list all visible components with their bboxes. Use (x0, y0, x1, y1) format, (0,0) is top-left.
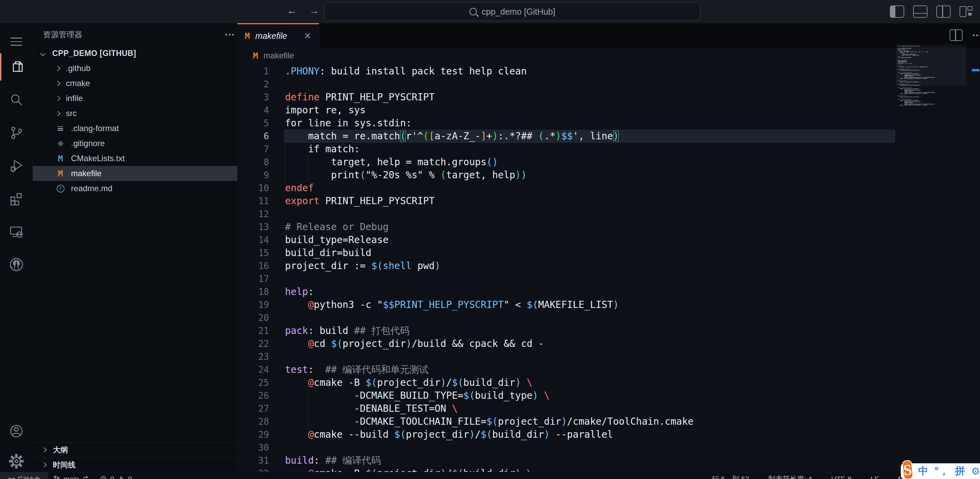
settings-gear-icon[interactable] (0, 447, 32, 475)
code-line[interactable]: @python3 -c "$$PRINT_HELP_PYSCRIPT" < $(… (285, 298, 619, 311)
back-arrow-icon[interactable]: ← (287, 5, 297, 16)
outline-panel-header[interactable]: 大纲 (33, 442, 237, 457)
code-line[interactable]: -DCMAKE_TOOLCHAIN_FILE=$(project_dir)/cm… (285, 415, 694, 428)
account-icon[interactable] (0, 417, 32, 445)
tree-item-.github[interactable]: .github (33, 61, 237, 76)
line-number: 25 (237, 376, 269, 389)
ime-punctuation[interactable]: °， (934, 464, 949, 478)
code-line[interactable]: define PRINT_HELP_PYSCRIPT (285, 91, 434, 104)
indent-guide (285, 169, 285, 181)
problems-indicator[interactable]: 0 0 (95, 472, 137, 479)
forward-arrow-icon[interactable]: → (309, 5, 320, 16)
line-number: 27 (237, 402, 269, 415)
sogou-logo[interactable]: S (902, 461, 913, 479)
code-line[interactable]: @cd $(project_dir)/build && cpack && cd … (285, 337, 544, 350)
more-actions-icon[interactable] (225, 34, 227, 35)
ime-settings-gear-icon[interactable]: ⚙ (971, 465, 980, 477)
close-tab-icon[interactable]: ✕ (304, 31, 311, 41)
remote-indicator[interactable]: >< GitHub (0, 472, 48, 479)
line-number: 30 (237, 441, 269, 454)
toggle-secondary-sidebar-icon[interactable] (936, 5, 951, 18)
code-line[interactable]: print("%-20s %s" % (target, help)) (285, 169, 527, 181)
code-line[interactable]: export PRINT_HELP_PYSCRIPT (285, 194, 434, 208)
tree-item-readme.md[interactable]: ireadme.md (33, 181, 237, 196)
code-line[interactable]: endef (285, 181, 314, 194)
code-line[interactable]: match = re.match(r'^([a-zA-Z_-]+):.*?## … (285, 130, 619, 143)
activity-bar (0, 23, 33, 472)
tree-item-.clang-format[interactable]: .clang-format (33, 121, 237, 136)
search-sidebar-icon[interactable] (0, 86, 32, 114)
minimap[interactable]: .PHONY: build install pack test help cle… (898, 46, 964, 135)
tree-item-label: .gitignore (71, 138, 105, 148)
editor-group: M makefile ✕ M makefile 1.PHONY: build i… (237, 23, 980, 472)
extensions-icon[interactable] (0, 185, 32, 212)
search-icon (469, 8, 477, 15)
tree-item-label: makefile (71, 169, 101, 178)
chevron-right-icon (55, 65, 61, 71)
indentation[interactable]: 制表符长度: 4 (768, 474, 812, 479)
code-line[interactable]: @cmake -B $(project_dir)/$(build_dir) \ (285, 376, 533, 389)
line-number: 6 (237, 130, 269, 143)
tree-item-label: cmake (66, 78, 90, 88)
explorer-sidebar: 资源管理器 CPP_DEMO [GITHUB] .githubcmakeinfi… (33, 23, 237, 472)
toggle-panel-icon[interactable] (913, 5, 928, 18)
code-line[interactable]: import re, sys (285, 104, 366, 117)
github-icon[interactable] (0, 251, 32, 278)
chevron-right-icon (55, 95, 61, 101)
code-line[interactable]: @cmake --build $(project_dir)/$(build_di… (285, 428, 613, 441)
run-debug-icon[interactable] (0, 152, 32, 180)
remote-icon: >< (8, 475, 14, 479)
chevron-right-icon (55, 111, 61, 116)
cursor-position[interactable]: 行 6，列 52 (712, 474, 749, 479)
source-control-icon[interactable] (0, 119, 32, 146)
code-line[interactable]: project_dir := $(shell pwd) (285, 259, 440, 272)
command-center-search[interactable]: cpp_demo [GitHub] (324, 2, 700, 21)
encoding[interactable]: UTF-8 (831, 475, 852, 479)
code-line[interactable]: build: ## 编译代码 (285, 454, 381, 467)
vscode-window: ← → cpp_demo [GitHub] (0, 0, 980, 479)
ime-mode-chinese[interactable]: 中 (918, 464, 928, 478)
code-line[interactable]: test: ## 编译代码和单元测试 (285, 363, 429, 376)
split-editor-icon[interactable] (950, 29, 963, 41)
line-number: 14 (237, 234, 269, 247)
code-line[interactable]: for line in sys.stdin: (285, 117, 412, 130)
command-center-text: cpp_demo [GitHub] (482, 7, 555, 17)
code-line[interactable]: target, help = match.groups() (285, 156, 498, 169)
tree-item-makefile[interactable]: Mmakefile (33, 166, 237, 181)
remote-explorer-icon[interactable] (0, 218, 32, 245)
menu-icon[interactable] (0, 28, 32, 55)
toggle-sidebar-icon[interactable] (890, 5, 904, 18)
code-line[interactable]: pack: build ## 打包代码 (285, 324, 410, 337)
indent-guide (285, 143, 285, 156)
customize-layout-icon[interactable] (959, 5, 974, 16)
code-line[interactable]: help: (285, 285, 314, 298)
breadcrumb-item: makefile (264, 51, 294, 60)
code-line[interactable]: build_type=Release (285, 234, 388, 247)
code-line[interactable]: .PHONY: build install pack test help cle… (285, 65, 527, 78)
tree-item-CMakeLists.txt[interactable]: MCMakeLists.txt (33, 151, 237, 166)
editor-more-actions-icon[interactable] (973, 35, 975, 36)
eol-sequence[interactable]: LF (871, 475, 879, 479)
tree-item-infile[interactable]: infile (33, 91, 237, 106)
code-line[interactable]: -DENABLE_TEST=ON \ (285, 402, 458, 415)
code-line[interactable]: -DCMAKE_BUILD_TYPE=$(build_type) \ (285, 389, 550, 402)
explorer-icon[interactable] (0, 53, 34, 81)
tree-item-.gitignore[interactable]: .gitignore (33, 136, 237, 151)
file-type-icon: M (56, 169, 65, 178)
ime-pinyin[interactable]: 拼 (955, 464, 965, 478)
tree-item-cmake[interactable]: cmake (33, 76, 237, 91)
code-area[interactable]: 1.PHONY: build install pack test help cl… (237, 65, 980, 472)
breadcrumb[interactable]: M makefile (237, 48, 980, 64)
code-line[interactable]: build_dir=build (285, 247, 371, 259)
line-number: 15 (237, 247, 269, 259)
code-line[interactable]: # Release or Debug (285, 221, 388, 234)
branch-indicator[interactable]: main (48, 472, 95, 479)
project-root-row[interactable]: CPP_DEMO [GITHUB] (33, 46, 237, 61)
code-line[interactable]: @cmake -B $(project_dir)/$(build_dir) \ (285, 467, 533, 472)
tab-makefile[interactable]: M makefile ✕ (237, 23, 319, 48)
line-number: 19 (237, 298, 269, 311)
indent-guide (308, 402, 308, 415)
code-line[interactable]: if match: (285, 143, 360, 156)
tree-item-src[interactable]: src (33, 106, 237, 121)
timeline-panel-header[interactable]: 时间线 (33, 457, 237, 472)
